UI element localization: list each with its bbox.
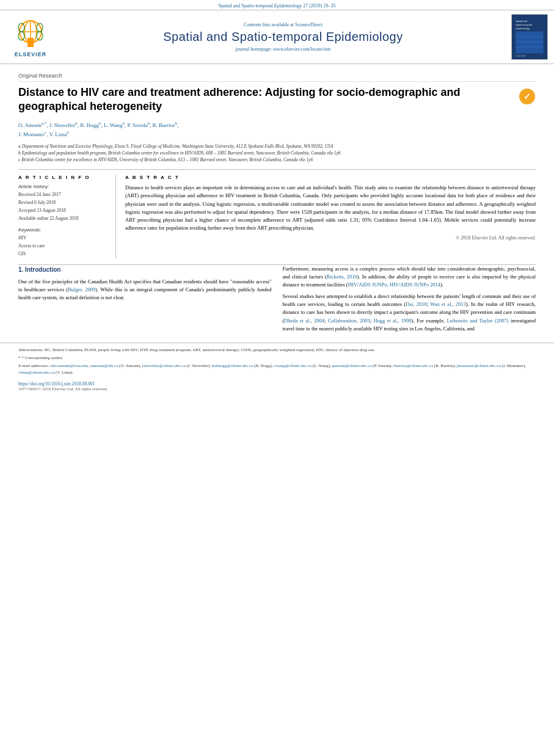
ref-bulger[interactable]: Bulger, 2009	[68, 286, 95, 293]
sciencedirect-link-text[interactable]: ScienceDirect	[295, 22, 323, 27]
email-psereda[interactable]: psereda@cfenet.ubc.ca	[332, 363, 372, 368]
keyword-hiv: HIV	[18, 234, 109, 242]
article-history-label: Article history:	[18, 184, 109, 189]
elsevier-tree-icon	[9, 16, 52, 50]
sciencedirect-label: Contents lists available at ScienceDirec…	[61, 22, 505, 27]
journal-cover-svg: Spatial and Spatio-temporal Epidemiology…	[512, 16, 547, 57]
abstract-text: Distance to health services plays an imp…	[125, 184, 536, 232]
authors-line: O. Amrama,*, J. Shovellerb, R. Hoggb, L.…	[18, 120, 536, 139]
email-jmontaner[interactable]: jmontaner@cfenet.ubc.ca	[457, 363, 501, 368]
homepage-link-text[interactable]: www.elsevier.com/locate/sste	[273, 46, 331, 52]
body-left-column: 1. Introduction One of the five principl…	[18, 265, 272, 343]
email-vlima[interactable]: vlima@cfenet.ubc.ca	[18, 370, 54, 375]
svg-point-5	[18, 23, 24, 32]
svg-point-6	[37, 23, 43, 32]
intro-para1: One of the five principles of the Canadi…	[18, 278, 272, 302]
email-jmontaner-name: (J. Montaner),	[501, 363, 526, 368]
author-lwang: L. Wang	[104, 122, 123, 128]
journal-cover-image: Spatial and Spatio-temporal Epidemiology…	[511, 14, 548, 60]
footnotes-spacer	[18, 306, 272, 343]
right-para2: Several studies have attempted to establ…	[283, 293, 536, 333]
article-title-block: Distance to HIV care and treatment adher…	[18, 85, 536, 114]
email-oamram2[interactable]: oamram@sfu.ca	[90, 363, 118, 368]
ref-ricketts[interactable]: Ricketts, 2010	[327, 274, 357, 280]
email-jshoveller[interactable]: jshoveller@cfenet.ubc.ca	[142, 363, 186, 368]
journal-center-area: Contents lists available at ScienceDirec…	[61, 22, 505, 52]
keyword-gis: GIS	[18, 250, 109, 258]
email-oamram1[interactable]: ofer.amram@wsu.edu	[50, 363, 88, 368]
ref-wan2013[interactable]: Wan et al., 2013	[430, 301, 466, 307]
svg-text:Spatial and: Spatial and	[516, 20, 527, 23]
email-cwang-name: (L. Wang),	[313, 363, 331, 368]
svg-text:✓: ✓	[523, 92, 531, 101]
affiliation-a: a Department of Nutrition and Exercise P…	[18, 143, 536, 150]
affiliation-b: b Epidemiology and population health pro…	[18, 150, 536, 156]
received-date: Received 24 June 2017	[18, 191, 109, 199]
abstract-panel: A B S T R A C T Distance to health servi…	[125, 175, 536, 258]
email-bobhogg[interactable]: bobhogg@cfenet.ubc.ca	[212, 363, 253, 368]
body-content: 1. Introduction One of the five principl…	[0, 265, 554, 343]
svg-text:Epidemiology: Epidemiology	[516, 27, 530, 30]
right-para1: Furthermore, measuring access is a compl…	[283, 265, 536, 289]
email-psereda-name: (P. Sereda),	[373, 363, 392, 368]
email-rbarrios[interactable]: rbarrios@cfenet.ubc.ca	[393, 363, 433, 368]
author-rhogg: R. Hogg	[80, 122, 99, 128]
contents-available-text: Contents lists available at	[244, 22, 294, 27]
ref-dai2010[interactable]: Dai, 2010	[406, 301, 427, 307]
author-psereda: P. Sereda	[127, 122, 147, 128]
revised-date: Revised 6 July 2018	[18, 199, 109, 207]
ref-hivaids-junpo1[interactable]: HIV/AIDS JUNPo, HIV/AIDS JUNPo 2014	[348, 282, 440, 288]
article-type-label: Original Research	[18, 73, 536, 82]
journal-citation-stripe: Spatial and Spatio-temporal Epidemiology…	[0, 0, 554, 10]
footnotes-area: Abbreviations: BC, British Columbia; PLW…	[0, 343, 554, 378]
svg-text:ELSEVIER: ELSEVIER	[516, 55, 526, 57]
journal-citation-text: Spatial and Spatio-temporal Epidemiology…	[219, 3, 336, 9]
corresponding-text: * Corresponding author.	[21, 355, 63, 360]
journal-homepage: journal homepage: www.elsevier.com/locat…	[61, 46, 505, 52]
svg-point-7	[18, 32, 24, 40]
email-bobhogg-name: (R. Hogg),	[254, 363, 272, 368]
svg-point-8	[37, 32, 43, 40]
article-info-title: A R T I C L E I N F O	[18, 175, 109, 180]
author-jshoveller: J. Shoveller	[49, 122, 76, 128]
article-title-text: Distance to HIV care and treatment adher…	[18, 85, 512, 114]
crossmark-badge[interactable]: ✓	[519, 88, 536, 105]
abstract-title: A B S T R A C T	[125, 175, 536, 180]
email-vlima-name: (V. Lima).	[56, 370, 73, 375]
intro-heading: 1. Introduction	[18, 265, 272, 275]
doi-section: https://doi.org/10.1016/j.sste.2018.08.0…	[0, 377, 554, 393]
accepted-date: Accepted 13 August 2018	[18, 207, 109, 215]
homepage-label-text: journal homepage:	[235, 46, 272, 52]
available-date: Available online 22 August 2018	[18, 215, 109, 223]
email-jshoveller-name: (J. Shoveller),	[186, 363, 210, 368]
ref-hogg1998[interactable]: Hogg et al., 1998	[373, 318, 411, 324]
keyword-access: Access to care	[18, 242, 109, 250]
keywords-label: Keywords:	[18, 227, 109, 233]
author-rbarrios: R. Barrios	[152, 122, 175, 128]
crossmark-icon: ✓	[519, 88, 536, 105]
affiliation-c: c British Columbia centre for excellence…	[18, 156, 536, 163]
elsevier-brand-label: ELSEVIER	[15, 51, 47, 57]
main-content-area: Original Research Distance to HIV care a…	[0, 64, 554, 264]
journal-title: Spatial and Spatio-temporal Epidemiology	[61, 30, 505, 44]
email-cwang[interactable]: cwang@cfenet.ubc.ca	[274, 363, 312, 368]
ref-dheda2004[interactable]: Dheda et al., 2004	[284, 318, 324, 324]
svg-rect-13	[516, 32, 543, 54]
page: Spatial and Spatio-temporal Epidemiology…	[0, 0, 554, 756]
corresponding-author-line: * * Corresponding author.	[18, 355, 536, 362]
ref-collaboration2003[interactable]: Collaboration, 2003	[328, 318, 370, 324]
article-info-panel: A R T I C L E I N F O Article history: R…	[18, 175, 116, 258]
doi-link-line: https://doi.org/10.1016/j.sste.2018.08.0…	[18, 381, 536, 387]
email-rbarrios-name: (R. Barrios),	[434, 363, 456, 368]
abbrev-text: BC, British Columbia; PLWH, people livin…	[45, 347, 375, 352]
author-oamram: O. Amram	[18, 122, 42, 128]
doi-link-text[interactable]: https://doi.org/10.1016/j.sste.2018.08.0…	[18, 381, 95, 387]
keywords-list: HIV Access to care GIS	[18, 234, 109, 258]
abbrev-label: Abbreviations:	[18, 347, 43, 352]
journal-header: ELSEVIER Contents lists available at Sci…	[0, 10, 554, 64]
ref-leibowitz-taylor[interactable]: Leibowitz and Taylor (2007)	[446, 318, 508, 324]
text-and: and	[467, 325, 475, 332]
email-label: E-mail addresses:	[18, 363, 49, 368]
elsevier-logo-area: ELSEVIER	[6, 16, 55, 57]
issn-line: 1877-5845/© 2018 Elsevier Ltd. All right…	[18, 387, 536, 391]
